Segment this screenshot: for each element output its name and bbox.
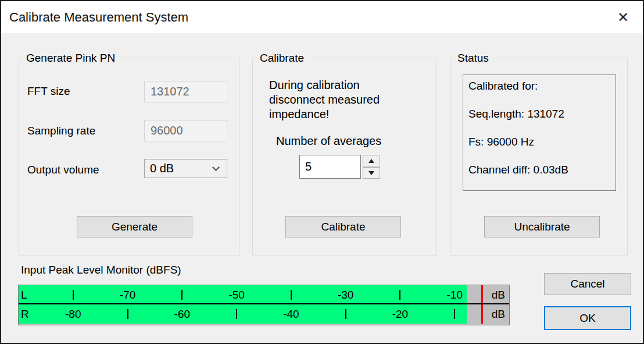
meter-tick — [454, 309, 455, 319]
window-title: Calibrate Measurement System — [9, 1, 188, 33]
sampling-rate-label: Sampling rate — [27, 125, 95, 137]
calibration-warning-text: During calibrationdisconnect measuredimp… — [269, 78, 380, 122]
generate-group-title: Generate Pink PN — [23, 52, 118, 65]
arrow-up-icon — [368, 159, 374, 163]
calibrate-group: Calibrate During calibrationdisconnect m… — [252, 58, 437, 256]
meter-peak-line — [481, 285, 483, 303]
meter-title: Input Peak Level Monitor (dBFS) — [21, 264, 181, 276]
status-box: Calibrated for:Seq.length: 131072Fs: 960… — [463, 75, 616, 191]
calibrate-group-title: Calibrate — [257, 52, 307, 65]
meter-tick — [73, 290, 74, 300]
averages-input[interactable]: 5 — [299, 155, 361, 179]
meter-tick-label: -50 — [228, 285, 244, 304]
meter-tick-label: -80 — [65, 304, 81, 324]
close-icon: ✕ — [617, 10, 629, 24]
ok-button[interactable]: OK — [544, 306, 631, 330]
generate-button[interactable]: Generate — [77, 216, 192, 237]
meter-tick-label: -60 — [174, 304, 190, 324]
titlebar: Calibrate Measurement System ✕ — [1, 1, 643, 33]
output-volume-label: Output volume — [27, 164, 99, 176]
averages-label: Number of averages — [276, 134, 381, 148]
output-volume-select[interactable]: 0 dB — [144, 159, 227, 178]
spin-down-button[interactable] — [363, 167, 380, 179]
meter-peak-line — [481, 304, 483, 324]
text-line: impedance! — [269, 107, 380, 122]
meter-tick — [236, 309, 237, 319]
meter-tick-label: -40 — [283, 304, 299, 324]
spin-up-button[interactable] — [363, 155, 380, 166]
sampling-rate-input[interactable]: 96000 — [144, 120, 227, 141]
status-group: Status Calibrated for:Seq.length: 131072… — [450, 58, 628, 256]
meter-row-R: -80-60-40-20RdB — [19, 304, 509, 324]
text-line: During calibration — [269, 78, 380, 93]
meter-row-L: -70-50-30-10LdB — [19, 285, 509, 304]
output-volume-value: 0 dB — [150, 162, 174, 175]
meter-tick-label: -70 — [120, 285, 135, 304]
meter-tick-label: -20 — [392, 304, 408, 324]
meter-unit-label: dB — [492, 304, 505, 324]
meter-channel-label: L — [21, 285, 27, 304]
arrow-down-icon — [368, 171, 374, 175]
fft-size-label: FFT size — [27, 85, 70, 98]
text-line: Seq.length: 131072 — [468, 108, 616, 120]
text-line: disconnect measured — [269, 93, 380, 107]
peak-level-meter: -70-50-30-10LdB-80-60-40-20RdB — [18, 285, 510, 325]
status-group-title: Status — [455, 52, 492, 65]
meter-channel-label: R — [21, 304, 29, 324]
fft-size-input[interactable]: 131072 — [144, 81, 227, 102]
meter-tick-label: -30 — [338, 285, 353, 304]
cancel-button[interactable]: Cancel — [544, 273, 631, 295]
text-line: Fs: 96000 Hz — [468, 136, 616, 148]
meter-tick-label: -10 — [446, 285, 462, 304]
text-line: Calibrated for: — [468, 80, 616, 92]
meter-tick — [127, 309, 128, 319]
chevron-down-icon — [212, 164, 220, 171]
calibrate-button[interactable]: Calibrate — [285, 216, 401, 237]
uncalibrate-button[interactable]: Uncalibrate — [484, 216, 600, 237]
averages-spinner — [363, 155, 380, 179]
dialog-window: Calibrate Measurement System ✕ Generate … — [0, 0, 644, 344]
meter-tick — [399, 290, 400, 300]
meter-tick — [291, 290, 292, 300]
meter-tick — [345, 309, 346, 319]
meter-unit-label: dB — [492, 285, 505, 304]
text-line: Channel diff: 0.03dB — [468, 164, 616, 176]
close-button[interactable]: ✕ — [610, 7, 636, 28]
generate-pink-pn-group: Generate Pink PN FFT size 131072 Samplin… — [19, 58, 239, 256]
meter-tick — [181, 290, 183, 300]
